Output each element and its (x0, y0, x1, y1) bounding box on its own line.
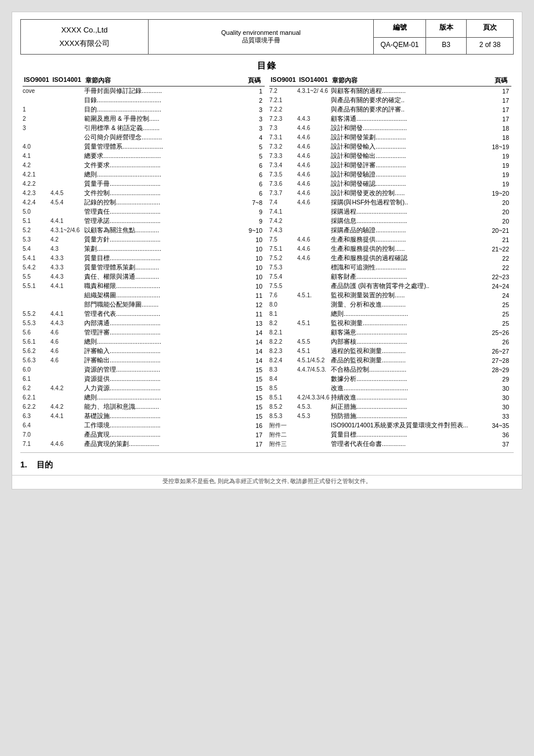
toc-iso14001: 4.4.6 (297, 162, 330, 168)
toc-iso9001: 7.3.2 (269, 143, 297, 150)
toc-row: cove 手冊封面與修訂記錄............ 1 (23, 87, 265, 96)
toc-iso9001: 7.4 (269, 199, 297, 206)
toc-content: 質量管理體系........................ (83, 143, 244, 151)
toc-left-header: ISO9001 ISO14001 章節內容 頁碼 (23, 75, 265, 87)
toc-page: 17 (244, 431, 265, 438)
toc-page: 20~21 (490, 227, 511, 234)
toc-content: 管理責任.............................. (83, 208, 244, 216)
toc-row: 5.2 4.3.1~2/4.6 以顧客為關注焦點.............. 9… (23, 226, 265, 235)
toc-content: 生產和服務提供.................. (330, 236, 490, 244)
toc-right-rows: 7.2 4.3.1~2/ 4.6 與顧客有關的過程.............. … (269, 87, 511, 449)
company-name-zh: XXXX有限公司 (59, 37, 110, 50)
toc-row: 目錄......................................… (23, 96, 265, 105)
toc-page: 19 (490, 162, 511, 169)
manual-title-zh: 品質環境手冊 (242, 36, 280, 45)
toc-iso9001: 7.3.1 (269, 134, 297, 141)
toc-row: 8.5.1 4.2/4.3.3/4.6 持續改進................… (269, 393, 511, 402)
toc-iso14001: 4.4.6 (297, 143, 330, 150)
toc-page: 7~8 (244, 199, 265, 206)
toc-page: 14 (244, 329, 265, 336)
toc-iso14001: 4.4.1 (50, 283, 83, 289)
toc-content: 測量、分析和改進.............. (330, 301, 490, 309)
toc-row: 5.6.3 4.6 評審輸出..........................… (23, 356, 265, 365)
toc-iso9001: 5.4 (23, 246, 50, 252)
col-page-right: 頁碼 (490, 76, 511, 85)
toc-iso14001: 4.6 (50, 348, 83, 354)
toc-row: 5.1 4.4.1 管理承諾..........................… (23, 217, 265, 226)
toc-iso14001: 4.4.3 (50, 273, 83, 280)
toc-page: 16 (244, 422, 265, 429)
toc-row: 6.4 工作環境.............................. 1… (23, 421, 265, 430)
toc-page: 2 (244, 97, 265, 104)
toc-content: 內部審核.............................. (330, 338, 490, 346)
toc-row: 7.5.2 4.4.6 生產和服務提供的過程確認 22 (269, 254, 511, 263)
toc-iso14001: 4.5.1. (297, 292, 330, 298)
company-name-en: XXXX Co.,Ltd (61, 23, 107, 37)
toc-page: 30 (490, 385, 511, 392)
col-page-left: 頁碼 (244, 76, 265, 85)
toc-iso9001: 7.3.5 (269, 171, 297, 178)
toc-iso9001: 7.2 (269, 88, 297, 94)
toc-row: 7.5.1 4.4.6 生產和服務提供的控制...... 21~22 (269, 244, 511, 254)
toc-content: 顧客財產.............................. (330, 273, 490, 281)
toc-iso9001: 8.2 (269, 320, 297, 326)
toc-iso9001: 8.2.1 (269, 329, 297, 336)
toc-content: 質量方針.............................. (83, 236, 244, 244)
toc-content: 管理承諾.............................. (83, 217, 244, 225)
toc-iso9001: 7.5.5 (269, 283, 297, 289)
toc-row: 7.4.3 採購產品的驗證.................. 20~21 (269, 226, 511, 235)
toc-page: 17 (490, 106, 511, 113)
toc-content: 責任、權限與溝通.............. (83, 273, 244, 281)
toc-page: 5 (244, 143, 265, 150)
toc-page: 18 (490, 134, 511, 141)
toc-row: 6.2.1 總則................................… (23, 393, 265, 402)
toc-page: 30 (490, 394, 511, 401)
toc-content: 產品的監視和測量.............. (330, 357, 490, 365)
toc-row: 8.3 4.4.7/4.5.3. 不合格品控制.................… (269, 365, 511, 375)
col-iso9001-left: ISO9001 (23, 76, 50, 85)
toc-iso14001: 4.4.6 (297, 153, 330, 159)
toc-page: 25 (490, 311, 511, 318)
company-info: XXXX Co.,Ltd XXXX有限公司 (21, 20, 149, 54)
toc-page: 25 (490, 320, 511, 327)
toc-row: 附件三 管理者代表任命書.............. 37 (269, 440, 511, 449)
toc-iso14001: 4.4.6 (297, 181, 330, 187)
toc-row: 8.5 改進..................................… (269, 384, 511, 393)
toc-iso9001: 7.5.1 (269, 246, 297, 252)
toc-content: 引用標準 & 術語定義.......... (83, 124, 244, 132)
toc-content: 評審輸入.............................. (83, 347, 244, 355)
toc-content: ISO9001/14001系統要求及質量環境文件對照表... (330, 422, 490, 430)
toc-iso9001: 6.1 (23, 376, 50, 382)
toc-row: 4.2.3 4.4.5 文件控制........................… (23, 189, 265, 198)
toc-iso14001: 4.6 (50, 357, 83, 363)
toc-page: 15 (244, 404, 265, 411)
toc-content: 與顧客有關的過程.............. (330, 87, 490, 95)
toc-page: 17 (490, 97, 511, 104)
toc-page: 6 (244, 162, 265, 169)
toc-row: 附件一 ISO9001/14001系統要求及質量環境文件對照表... 34~35 (269, 421, 511, 430)
toc-iso14001: 4.4.2 (50, 385, 83, 391)
toc-page: 6 (244, 171, 265, 178)
toc-iso9001: 附件二 (269, 431, 297, 439)
toc-row: 5.5.3 4.4.3 內部溝通........................… (23, 319, 265, 328)
manual-title: Quality environment manual 品質環境手冊 (149, 20, 374, 54)
toc-iso9001: 3 (23, 125, 50, 131)
toc-iso14001: 4.2/4.3.3/4.6 (297, 394, 330, 401)
toc-page: 21~22 (490, 246, 511, 253)
toc-iso9001: 4.2.3 (23, 190, 50, 196)
toc-right-header: ISO9001 ISO14001 章節內容 頁碼 (269, 75, 511, 87)
toc-content: 過程的監視和測量.............. (330, 347, 490, 355)
toc-page: 37 (490, 441, 511, 448)
toc-iso9001: 4.2.1 (23, 171, 50, 178)
toc-page: 10 (244, 264, 265, 271)
toc-iso9001: 5.5.1 (23, 283, 50, 289)
toc-content: 總則...................................... (83, 338, 244, 346)
toc-row: 8.2.4 4.5.1/4.5.2 產品的監視和測量..............… (269, 356, 511, 365)
toc-iso14001: 4.4.6 (297, 246, 330, 252)
toc-page: 33 (490, 413, 511, 420)
toc-page: 6 (244, 181, 265, 188)
toc-page: 25 (490, 301, 511, 308)
toc-iso9001: 4.1 (23, 153, 50, 159)
toc-iso14001: 4.4.7/4.5.3. (297, 366, 330, 373)
toc-iso14001: 4.4.1 (50, 311, 83, 317)
